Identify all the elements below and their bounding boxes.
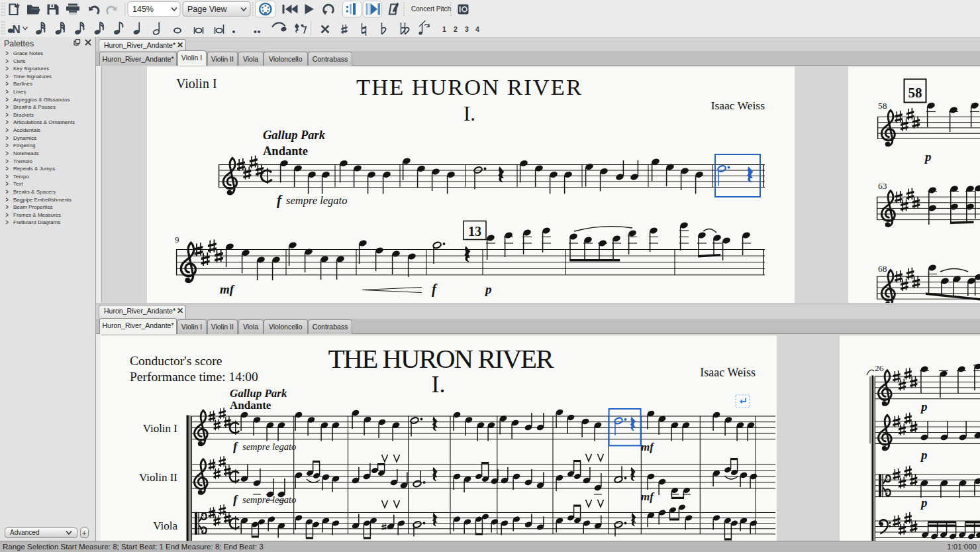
svg-text:I.: I. (432, 371, 446, 398)
svg-text:Concert Pitch: Concert Pitch (411, 5, 451, 13)
svg-text:I.: I. (464, 102, 475, 125)
svg-text:Isaac Weiss: Isaac Weiss (711, 99, 765, 112)
svg-text:Page View: Page View (187, 5, 228, 14)
svg-text:3: 3 (465, 25, 469, 33)
svg-text:mf: mf (641, 490, 655, 503)
svg-text:1: 1 (442, 25, 446, 33)
svg-text:Violin I: Violin I (176, 76, 217, 91)
svg-text:63: 63 (878, 181, 887, 191)
svg-text:p: p (484, 282, 492, 296)
svg-text:sempre legato: sempre legato (286, 194, 347, 207)
svg-text:58: 58 (878, 101, 887, 111)
svg-text:13: 13 (468, 224, 481, 239)
svg-text:4: 4 (475, 25, 479, 33)
svg-text:Violin II: Violin II (139, 471, 177, 484)
svg-text:p: p (920, 400, 928, 414)
svg-text:Andante: Andante (263, 144, 308, 158)
svg-text:Andante: Andante (230, 399, 271, 412)
svg-text:Gallup Park: Gallup Park (263, 129, 326, 142)
svg-text:2: 2 (454, 25, 458, 33)
svg-text:145%: 145% (132, 5, 154, 14)
svg-text:p: p (920, 496, 928, 510)
svg-text:58: 58 (908, 85, 922, 101)
svg-text:mf: mf (220, 282, 235, 296)
svg-text:Gallup Park: Gallup Park (230, 387, 287, 400)
svg-text:Viola: Viola (153, 520, 177, 532)
svg-text:p: p (920, 448, 928, 462)
svg-text:Isaac Weiss: Isaac Weiss (700, 366, 756, 379)
svg-text:26: 26 (875, 363, 884, 373)
svg-text:Performance time: 14:00: Performance time: 14:00 (130, 370, 258, 384)
svg-text:sempre legato: sempre legato (242, 441, 296, 452)
svg-text:68: 68 (878, 264, 887, 274)
svg-text:p: p (924, 150, 932, 164)
svg-text:sempre legato: sempre legato (242, 494, 296, 505)
svg-text:THE HURON RIVER: THE HURON RIVER (328, 343, 555, 374)
svg-text:THE HURON RIVER: THE HURON RIVER (356, 74, 581, 99)
svg-text:mf: mf (641, 441, 655, 453)
svg-text:Conductor's score: Conductor's score (130, 354, 222, 368)
svg-text:Violin I: Violin I (143, 422, 178, 435)
svg-text:N: N (13, 23, 21, 36)
svg-text:9: 9 (175, 235, 179, 245)
